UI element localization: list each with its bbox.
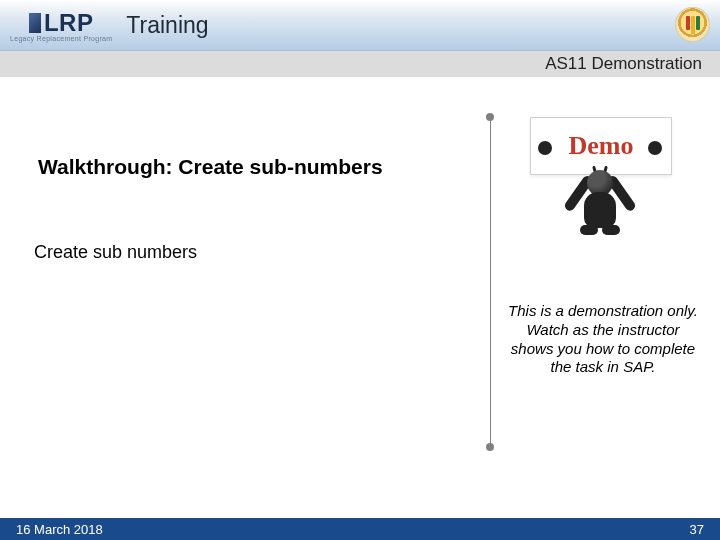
seal-icon [675,7,710,42]
logo-icon: LRP [29,9,94,37]
footer-bar: 16 March 2018 37 [0,518,720,540]
page-number: 37 [690,522,704,537]
divider-dot-bottom [486,443,494,451]
content-area: Walkthrough: Create sub-numbers Create s… [0,77,720,519]
vertical-divider [490,117,491,447]
divider-dot-top [486,113,494,121]
slide: LRP Legacy Replacement Program Training … [0,0,720,540]
section-bar: AS11 Demonstration [0,51,720,77]
logo-subtext: Legacy Replacement Program [10,35,112,42]
header-banner: LRP Legacy Replacement Program Training [0,0,720,51]
demonstration-note: This is a demonstration only. Watch as t… [504,302,702,377]
page-title: Training [126,12,208,39]
step-text: Create sub numbers [34,242,197,263]
footer-date: 16 March 2018 [16,522,103,537]
walkthrough-heading: Walkthrough: Create sub-numbers [38,155,383,179]
demo-figure: Demo [520,117,680,247]
logo-text: LRP [44,9,94,37]
section-label: AS11 Demonstration [545,54,702,74]
logo: LRP Legacy Replacement Program [10,9,112,42]
demo-label: Demo [569,131,634,161]
